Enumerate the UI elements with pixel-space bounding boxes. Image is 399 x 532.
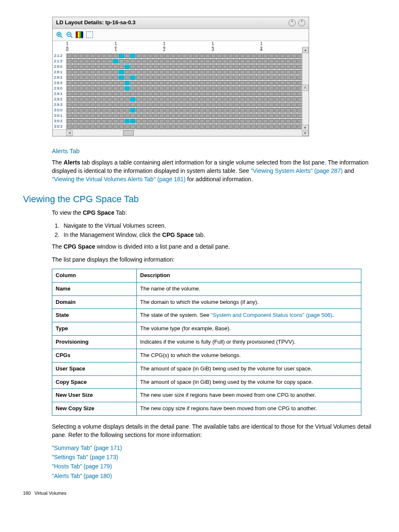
cell	[171, 92, 176, 96]
cpg-steps: Navigate to the Virtual Volumes screen. …	[52, 221, 376, 239]
cell	[159, 54, 164, 58]
zoom-in-icon[interactable]	[55, 31, 64, 39]
cell-row	[66, 102, 309, 108]
cell	[159, 59, 164, 64]
cell	[73, 59, 78, 64]
cell	[246, 64, 251, 69]
cell	[205, 108, 210, 113]
cell	[274, 64, 280, 69]
cell	[217, 75, 222, 80]
cell	[107, 113, 113, 118]
scroll-thumb[interactable]: ≡	[302, 85, 309, 91]
cell	[73, 64, 78, 69]
vertical-scrollbar[interactable]: ▴ ≡ ▾	[302, 47, 309, 131]
link-vv-alerts[interactable]: "Viewing the Virtual Volumes Alerts Tab"…	[52, 176, 186, 182]
cell	[73, 54, 78, 58]
scroll-down-icon[interactable]: ▾	[302, 125, 309, 131]
cell	[153, 124, 159, 129]
cell	[102, 59, 107, 64]
cell	[113, 97, 118, 102]
step-2: In the Management Window, click the CPG …	[61, 231, 376, 239]
cell	[234, 97, 239, 102]
cell	[228, 103, 233, 107]
cell	[84, 81, 90, 85]
cell	[269, 124, 274, 129]
cell-row	[66, 80, 309, 86]
cell	[286, 124, 291, 129]
cell	[211, 54, 216, 58]
cell	[257, 92, 262, 96]
cell	[194, 119, 199, 123]
h-scroll-thumb[interactable]	[123, 130, 134, 136]
cell	[130, 113, 136, 118]
cell	[205, 119, 210, 123]
cell	[240, 75, 245, 80]
cell	[125, 86, 130, 91]
row-label: 2:8:1	[53, 69, 66, 75]
cell	[67, 119, 72, 123]
cell	[113, 103, 118, 107]
cell	[159, 97, 164, 102]
cell	[188, 86, 193, 91]
cell	[280, 54, 285, 58]
closing-link[interactable]: "Alerts Tab" (page 180)	[52, 473, 112, 479]
closing-link[interactable]: "Settings Tab" (page 173)	[52, 454, 118, 460]
cell	[182, 124, 187, 129]
cell	[269, 59, 274, 64]
cell	[205, 64, 210, 69]
cell	[148, 75, 153, 80]
scroll-up-icon[interactable]: ▴	[302, 47, 309, 53]
cell	[217, 97, 222, 102]
cell	[159, 113, 164, 118]
cell	[251, 70, 257, 75]
cell	[234, 70, 239, 75]
cell	[240, 54, 245, 58]
row-labels: 2:1:22:1:32:8:02:8:12:8:22:8:32:9:02:9:1…	[53, 53, 66, 129]
cell	[165, 113, 170, 118]
cell	[200, 103, 205, 107]
cell	[200, 54, 205, 58]
cell	[269, 108, 274, 113]
color-legend-icon[interactable]	[75, 31, 84, 39]
cell	[171, 113, 176, 118]
zoom-out-icon[interactable]	[65, 31, 74, 39]
cell	[153, 108, 159, 113]
link-status-icons[interactable]: "System and Component Status Icons" (pag…	[211, 312, 332, 318]
cell	[251, 54, 257, 58]
table-row: CPGsThe CPG(s) to which the volume belon…	[52, 349, 361, 362]
table-row: TypeThe volume type (for example, Base).	[52, 322, 361, 336]
horizontal-scrollbar[interactable]: ◂ ▸	[53, 129, 309, 136]
cell	[119, 108, 124, 113]
cell	[234, 75, 239, 80]
cell	[90, 59, 95, 64]
cell	[188, 113, 193, 118]
cell	[90, 86, 95, 91]
cell	[148, 108, 153, 113]
cell	[269, 86, 274, 91]
cell	[274, 113, 280, 118]
svg-line-5	[71, 36, 72, 38]
closing-link[interactable]: "Hosts Tab" (page 179)	[52, 463, 112, 470]
cell	[113, 92, 118, 96]
collapse-icon[interactable]: ˄	[289, 19, 296, 26]
cell-row	[66, 124, 309, 129]
cell	[176, 103, 182, 107]
expand-icon[interactable]: ˅	[298, 19, 305, 26]
cell	[136, 108, 141, 113]
link-system-alerts[interactable]: "Viewing System Alerts" (page 287)	[251, 167, 343, 174]
fit-icon[interactable]	[85, 31, 94, 39]
closing-link[interactable]: "Summary Tab" (page 171)	[52, 445, 122, 451]
cell	[107, 108, 113, 113]
cell	[217, 81, 222, 85]
cell	[96, 108, 101, 113]
cell	[119, 92, 124, 96]
scroll-left-icon[interactable]: ◂	[66, 130, 73, 136]
cell	[286, 64, 291, 69]
cell	[176, 54, 182, 58]
cell	[84, 86, 90, 91]
cell	[269, 92, 274, 96]
cell	[188, 108, 193, 113]
cell	[125, 70, 130, 75]
cell	[165, 59, 170, 64]
cell	[251, 59, 257, 64]
